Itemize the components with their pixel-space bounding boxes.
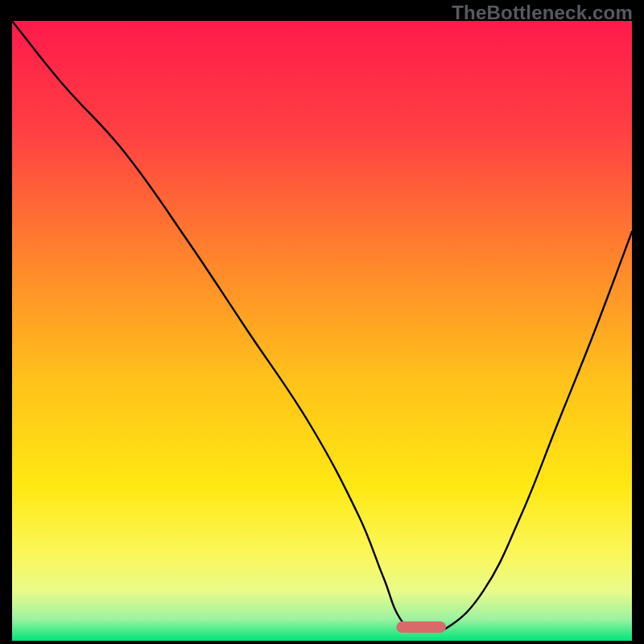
gradient-background: [12, 21, 632, 641]
optimal-range-marker: [396, 621, 446, 633]
chart-frame: [12, 21, 632, 641]
bottleneck-chart: [12, 21, 632, 641]
